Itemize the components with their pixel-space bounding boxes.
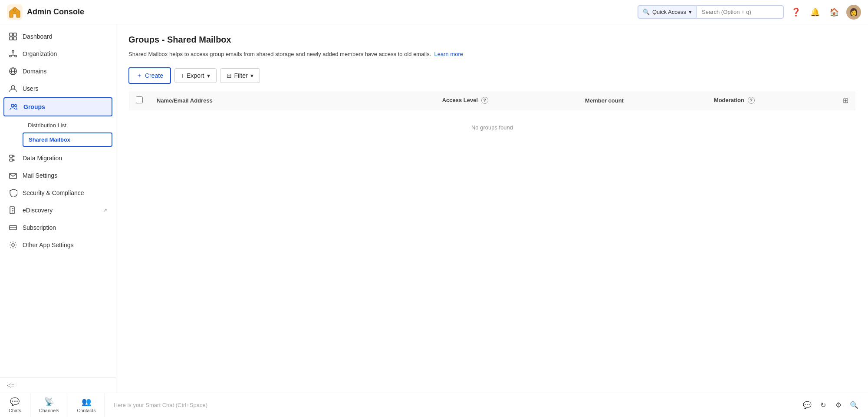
table-select-all-header — [129, 91, 150, 110]
shield-icon — [9, 189, 17, 197]
channels-label: Channels — [39, 408, 59, 413]
search-bottom-icon-button[interactable]: 🔍 — [847, 398, 861, 412]
table-col-settings: ⊞ — [836, 91, 856, 110]
external-link-icon: ↗ — [103, 207, 107, 213]
sidebar-item-organization-label: Organization — [23, 50, 107, 57]
chats-label: Chats — [9, 408, 21, 413]
organization-icon — [9, 50, 17, 58]
filter-button[interactable]: ⊟ Filter ▾ — [220, 68, 260, 83]
refresh-icon-button[interactable]: ↻ — [816, 398, 830, 412]
sidebar-item-domains[interactable]: Domains — [0, 63, 116, 80]
export-chevron-icon: ▾ — [207, 72, 210, 79]
app-logo-icon — [7, 4, 23, 20]
quick-access-button[interactable]: 🔍 Quick Access ▾ — [638, 6, 697, 18]
main-layout: Dashboard Organization Domains — [0, 24, 868, 393]
svg-point-14 — [11, 86, 15, 89]
svg-rect-3 — [13, 33, 16, 36]
svg-rect-6 — [12, 50, 14, 52]
svg-rect-18 — [10, 159, 13, 161]
subnav-item-distribution-list[interactable]: Distribution List — [23, 119, 112, 132]
sidebar-item-mail-settings[interactable]: Mail Settings — [0, 167, 116, 184]
sidebar-item-groups-label: Groups — [23, 103, 106, 110]
bottom-nav-channels[interactable]: 📡 Channels — [30, 393, 68, 417]
search-icon: 🔍 — [643, 9, 650, 15]
settings-icon-button[interactable]: ⚙ — [832, 398, 845, 412]
table-col-access: Access Level ? — [435, 91, 578, 110]
sidebar-item-security-compliance[interactable]: Security & Compliance — [0, 184, 116, 202]
access-level-help-icon[interactable]: ? — [481, 97, 488, 104]
collapse-icon: ◁≡ — [7, 382, 15, 388]
chat-bubble-icon-button[interactable]: 💬 — [800, 398, 814, 412]
user-icon — [9, 84, 17, 93]
sidebar-item-subscription-label: Subscription — [23, 224, 107, 231]
globe-icon — [9, 67, 17, 76]
info-bar: Shared Mailbox helps to access group ema… — [128, 50, 856, 59]
svg-rect-4 — [10, 37, 13, 40]
bottom-nav-chats[interactable]: 💬 Chats — [0, 393, 30, 417]
svg-rect-19 — [10, 173, 16, 179]
sidebar-collapse-button[interactable]: ◁≡ — [0, 377, 116, 393]
sidebar-item-dashboard-label: Dashboard — [23, 33, 107, 40]
subnav-item-shared-mailbox[interactable]: Shared Mailbox — [23, 132, 112, 147]
svg-rect-21 — [10, 225, 16, 230]
smart-chat-bar[interactable]: Here is your Smart Chat (Ctrl+Space) — [105, 402, 793, 408]
learn-more-link[interactable]: Learn more — [434, 51, 463, 57]
bottom-nav-contacts[interactable]: 👥 Contacts — [68, 393, 105, 417]
contacts-label: Contacts — [77, 408, 95, 413]
no-data-row: No groups found — [129, 110, 856, 145]
help-icon-button[interactable]: ❓ — [789, 5, 803, 19]
column-settings-button[interactable]: ⊞ — [843, 96, 848, 105]
search-input[interactable] — [697, 6, 783, 18]
bottom-nav: 💬 Chats 📡 Channels 👥 Contacts Here is yo… — [0, 393, 868, 417]
sidebar-item-data-migration[interactable]: Data Migration — [0, 149, 116, 167]
toolbar: ＋ Create ↑ Export ▾ ⊟ Filter ▾ — [128, 67, 856, 84]
top-header: Admin Console 🔍 Quick Access ▾ ❓ 🔔 🏠 👩 — [0, 0, 868, 24]
filter-chevron-icon: ▾ — [250, 72, 253, 79]
table-col-count: Member count — [578, 91, 707, 110]
select-all-checkbox[interactable] — [136, 96, 143, 103]
svg-point-23 — [12, 244, 14, 246]
groups-icon — [10, 103, 18, 111]
svg-rect-17 — [10, 155, 13, 157]
logo-area: Admin Console — [7, 4, 123, 20]
subscription-icon — [9, 223, 17, 232]
sidebar-item-groups[interactable]: Groups — [3, 97, 112, 116]
sidebar-item-other-app-settings-label: Other App Settings — [23, 242, 107, 248]
table-header: Name/Email Address Access Level ? Member… — [129, 91, 856, 110]
sidebar-item-users[interactable]: Users — [0, 80, 116, 97]
sidebar-item-dashboard[interactable]: Dashboard — [0, 28, 116, 45]
sidebar-item-domains-label: Domains — [23, 68, 107, 75]
mail-icon — [9, 171, 17, 180]
create-label: Create — [145, 72, 163, 79]
svg-rect-2 — [10, 33, 13, 36]
avatar[interactable]: 👩 — [846, 5, 861, 20]
sidebar-item-other-app-settings[interactable]: Other App Settings — [0, 236, 116, 254]
app-title: Admin Console — [27, 7, 84, 17]
export-icon: ↑ — [181, 72, 184, 79]
sidebar-item-data-migration-label: Data Migration — [23, 155, 107, 162]
ediscovery-icon — [9, 206, 17, 215]
notifications-icon-button[interactable]: 🔔 — [808, 5, 822, 19]
export-button[interactable]: ↑ Export ▾ — [174, 68, 216, 83]
moderation-help-icon[interactable]: ? — [748, 97, 755, 104]
quick-access-label: Quick Access — [652, 9, 686, 15]
distribution-list-label: Distribution List — [28, 122, 66, 129]
create-button[interactable]: ＋ Create — [128, 67, 171, 84]
filter-label: Filter — [234, 72, 248, 79]
table-body: No groups found — [129, 110, 856, 145]
sidebar-item-mail-settings-label: Mail Settings — [23, 172, 107, 179]
sidebar-item-organization[interactable]: Organization — [0, 45, 116, 63]
sidebar-item-subscription[interactable]: Subscription — [0, 219, 116, 236]
groups-table: Name/Email Address Access Level ? Member… — [128, 91, 856, 145]
col-name-label: Name/Email Address — [157, 97, 213, 104]
contacts-icon: 👥 — [82, 397, 91, 407]
sidebar-item-ediscovery[interactable]: eDiscovery ↗ — [0, 202, 116, 219]
table-col-name: Name/Email Address — [150, 91, 435, 110]
home-icon-button[interactable]: 🏠 — [827, 5, 841, 19]
no-data-message: No groups found — [471, 124, 513, 131]
export-label: Export — [187, 72, 204, 79]
col-access-label: Access Level — [442, 97, 478, 103]
sidebar-nav: Dashboard Organization Domains — [0, 24, 116, 377]
sidebar-item-security-compliance-label: Security & Compliance — [23, 189, 107, 196]
svg-point-1 — [13, 9, 16, 11]
